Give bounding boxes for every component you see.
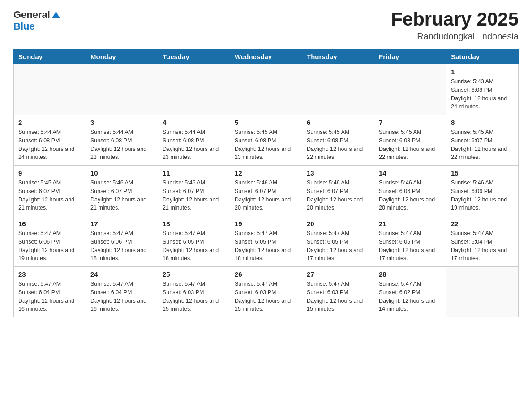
month-year-title: February 2025 [391, 9, 519, 30]
day-number: 17 [90, 220, 153, 227]
day-info: Sunrise: 5:46 AM Sunset: 6:07 PM Dayligh… [163, 179, 225, 212]
table-row [374, 64, 446, 115]
day-number: 23 [18, 270, 81, 278]
day-number: 12 [235, 169, 297, 177]
day-number: 19 [235, 220, 297, 227]
day-number: 20 [307, 220, 369, 227]
day-number: 22 [451, 220, 514, 227]
day-info: Sunrise: 5:47 AM Sunset: 6:05 PM Dayligh… [379, 229, 442, 263]
day-info: Sunrise: 5:47 AM Sunset: 6:03 PM Dayligh… [235, 280, 297, 313]
day-info: Sunrise: 5:45 AM Sunset: 6:08 PM Dayligh… [307, 128, 369, 162]
logo-text-general: General [13, 9, 50, 21]
table-row: 28Sunrise: 5:47 AM Sunset: 6:02 PM Dayli… [374, 267, 446, 317]
day-number: 27 [307, 270, 369, 278]
table-row: 13Sunrise: 5:46 AM Sunset: 6:07 PM Dayli… [302, 166, 374, 216]
table-row: 18Sunrise: 5:47 AM Sunset: 6:05 PM Dayli… [158, 216, 230, 267]
header-thursday: Thursday [302, 49, 374, 64]
day-number: 28 [379, 270, 442, 278]
calendar-week-row: 23Sunrise: 5:47 AM Sunset: 6:04 PM Dayli… [14, 267, 519, 317]
day-number: 15 [451, 169, 514, 177]
title-section: February 2025 Randudongkal, Indonesia [391, 9, 519, 42]
table-row: 10Sunrise: 5:46 AM Sunset: 6:07 PM Dayli… [86, 166, 158, 216]
day-number: 1 [451, 68, 514, 76]
day-number: 5 [235, 119, 297, 126]
table-row [14, 64, 86, 115]
day-info: Sunrise: 5:47 AM Sunset: 6:03 PM Dayligh… [163, 280, 225, 313]
day-number: 16 [18, 220, 81, 227]
calendar-header-row: Sunday Monday Tuesday Wednesday Thursday… [14, 49, 519, 64]
day-info: Sunrise: 5:47 AM Sunset: 6:04 PM Dayligh… [451, 229, 514, 263]
day-info: Sunrise: 5:47 AM Sunset: 6:04 PM Dayligh… [90, 280, 153, 313]
day-number: 6 [307, 119, 369, 126]
day-number: 18 [163, 220, 225, 227]
table-row: 12Sunrise: 5:46 AM Sunset: 6:07 PM Dayli… [230, 166, 302, 216]
calendar-week-row: 1Sunrise: 5:43 AM Sunset: 6:08 PM Daylig… [14, 64, 519, 115]
calendar-week-row: 9Sunrise: 5:45 AM Sunset: 6:07 PM Daylig… [14, 166, 519, 216]
calendar-table: Sunday Monday Tuesday Wednesday Thursday… [13, 49, 519, 317]
svg-marker-0 [52, 11, 60, 18]
day-info: Sunrise: 5:46 AM Sunset: 6:07 PM Dayligh… [90, 179, 153, 212]
day-number: 9 [18, 169, 81, 177]
table-row: 27Sunrise: 5:47 AM Sunset: 6:03 PM Dayli… [302, 267, 374, 317]
day-number: 7 [379, 119, 442, 126]
table-row: 3Sunrise: 5:44 AM Sunset: 6:08 PM Daylig… [86, 115, 158, 166]
day-info: Sunrise: 5:46 AM Sunset: 6:06 PM Dayligh… [379, 179, 442, 212]
header-sunday: Sunday [14, 49, 86, 64]
header-saturday: Saturday [446, 49, 519, 64]
table-row: 8Sunrise: 5:45 AM Sunset: 6:07 PM Daylig… [446, 115, 519, 166]
day-number: 14 [379, 169, 442, 177]
day-info: Sunrise: 5:47 AM Sunset: 6:05 PM Dayligh… [163, 229, 225, 263]
location-title: Randudongkal, Indonesia [391, 31, 519, 42]
table-row [158, 64, 230, 115]
day-info: Sunrise: 5:43 AM Sunset: 6:08 PM Dayligh… [451, 77, 514, 111]
table-row: 9Sunrise: 5:45 AM Sunset: 6:07 PM Daylig… [14, 166, 86, 216]
table-row: 17Sunrise: 5:47 AM Sunset: 6:06 PM Dayli… [86, 216, 158, 267]
day-info: Sunrise: 5:46 AM Sunset: 6:06 PM Dayligh… [451, 179, 514, 212]
table-row: 21Sunrise: 5:47 AM Sunset: 6:05 PM Dayli… [374, 216, 446, 267]
table-row: 26Sunrise: 5:47 AM Sunset: 6:03 PM Dayli… [230, 267, 302, 317]
day-info: Sunrise: 5:45 AM Sunset: 6:07 PM Dayligh… [18, 179, 81, 212]
table-row: 24Sunrise: 5:47 AM Sunset: 6:04 PM Dayli… [86, 267, 158, 317]
day-info: Sunrise: 5:45 AM Sunset: 6:07 PM Dayligh… [451, 128, 514, 162]
table-row: 6Sunrise: 5:45 AM Sunset: 6:08 PM Daylig… [302, 115, 374, 166]
calendar-week-row: 2Sunrise: 5:44 AM Sunset: 6:08 PM Daylig… [14, 115, 519, 166]
table-row [302, 64, 374, 115]
table-row: 7Sunrise: 5:45 AM Sunset: 6:08 PM Daylig… [374, 115, 446, 166]
table-row: 20Sunrise: 5:47 AM Sunset: 6:05 PM Dayli… [302, 216, 374, 267]
table-row: 23Sunrise: 5:47 AM Sunset: 6:04 PM Dayli… [14, 267, 86, 317]
day-info: Sunrise: 5:47 AM Sunset: 6:05 PM Dayligh… [235, 229, 297, 263]
day-info: Sunrise: 5:46 AM Sunset: 6:07 PM Dayligh… [235, 179, 297, 212]
table-row: 1Sunrise: 5:43 AM Sunset: 6:08 PM Daylig… [446, 64, 519, 115]
table-row [446, 267, 519, 317]
table-row: 15Sunrise: 5:46 AM Sunset: 6:06 PM Dayli… [446, 166, 519, 216]
header-monday: Monday [86, 49, 158, 64]
header-tuesday: Tuesday [158, 49, 230, 64]
day-info: Sunrise: 5:44 AM Sunset: 6:08 PM Dayligh… [18, 128, 81, 162]
day-number: 13 [307, 169, 369, 177]
calendar-week-row: 16Sunrise: 5:47 AM Sunset: 6:06 PM Dayli… [14, 216, 519, 267]
logo: General Blue [13, 9, 61, 32]
day-number: 21 [379, 220, 442, 227]
table-row: 4Sunrise: 5:44 AM Sunset: 6:08 PM Daylig… [158, 115, 230, 166]
logo-text-blue: Blue [13, 21, 35, 32]
day-number: 4 [163, 119, 225, 126]
page-header: General Blue February 2025 Randudongkal,… [13, 9, 519, 42]
day-number: 10 [90, 169, 153, 177]
table-row: 2Sunrise: 5:44 AM Sunset: 6:08 PM Daylig… [14, 115, 86, 166]
day-info: Sunrise: 5:45 AM Sunset: 6:08 PM Dayligh… [235, 128, 297, 162]
day-number: 25 [163, 270, 225, 278]
table-row: 22Sunrise: 5:47 AM Sunset: 6:04 PM Dayli… [446, 216, 519, 267]
table-row: 19Sunrise: 5:47 AM Sunset: 6:05 PM Dayli… [230, 216, 302, 267]
logo-arrow-icon [51, 10, 61, 20]
day-info: Sunrise: 5:45 AM Sunset: 6:08 PM Dayligh… [379, 128, 442, 162]
day-info: Sunrise: 5:47 AM Sunset: 6:04 PM Dayligh… [18, 280, 81, 313]
day-info: Sunrise: 5:44 AM Sunset: 6:08 PM Dayligh… [90, 128, 153, 162]
table-row: 14Sunrise: 5:46 AM Sunset: 6:06 PM Dayli… [374, 166, 446, 216]
day-info: Sunrise: 5:47 AM Sunset: 6:06 PM Dayligh… [90, 229, 153, 263]
table-row [86, 64, 158, 115]
day-number: 26 [235, 270, 297, 278]
day-info: Sunrise: 5:46 AM Sunset: 6:07 PM Dayligh… [307, 179, 369, 212]
day-number: 2 [18, 119, 81, 126]
day-number: 3 [90, 119, 153, 126]
table-row: 11Sunrise: 5:46 AM Sunset: 6:07 PM Dayli… [158, 166, 230, 216]
